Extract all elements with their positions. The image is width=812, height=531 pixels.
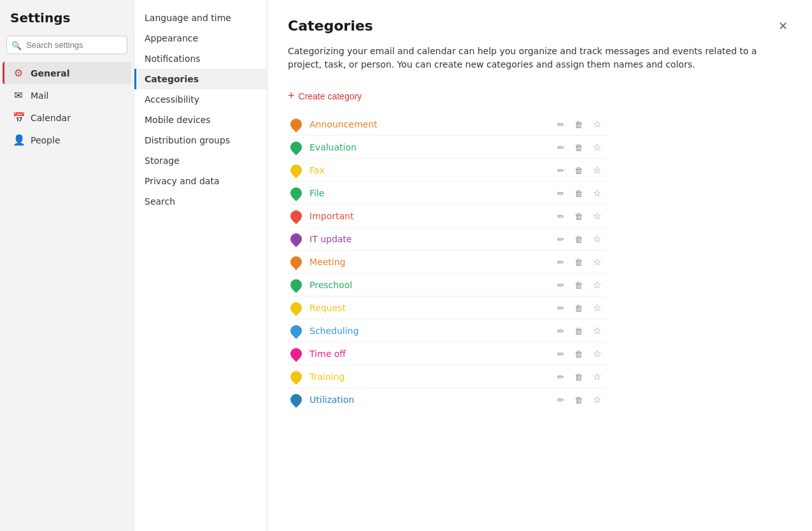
star-category-button[interactable]: ☆: [590, 370, 604, 382]
edit-category-button[interactable]: ✏: [555, 210, 567, 222]
delete-category-button[interactable]: 🗑: [572, 142, 585, 153]
edit-category-button[interactable]: ✏: [555, 302, 567, 314]
sec-nav-item-privacy-data[interactable]: Privacy and data: [134, 171, 267, 191]
delete-category-button[interactable]: 🗑: [572, 256, 585, 268]
category-actions: ✏🗑☆: [555, 210, 604, 222]
delete-category-button[interactable]: 🗑: [572, 164, 585, 176]
sidebar-item-mail[interactable]: ✉Mail: [3, 84, 131, 106]
category-name: Important: [310, 211, 555, 221]
sec-nav-item-language-time[interactable]: Language and time: [134, 8, 267, 28]
edit-category-button[interactable]: ✏: [555, 187, 567, 199]
sec-nav-item-appearance[interactable]: Appearance: [134, 28, 267, 48]
star-category-button[interactable]: ☆: [590, 233, 604, 245]
edit-category-button[interactable]: ✏: [555, 119, 567, 130]
category-actions: ✏🗑☆: [555, 164, 604, 176]
star-category-button[interactable]: ☆: [590, 393, 604, 405]
edit-category-button[interactable]: ✏: [555, 142, 567, 153]
search-box[interactable]: 🔍: [6, 36, 127, 54]
sidebar-item-label-mail: Mail: [31, 91, 48, 101]
category-row: Scheduling✏🗑☆: [288, 319, 606, 342]
edit-category-button[interactable]: ✏: [555, 348, 567, 360]
sec-nav-item-distribution-groups[interactable]: Distribution groups: [134, 130, 267, 150]
edit-category-button[interactable]: ✏: [555, 164, 567, 176]
category-name: Preschool: [310, 280, 555, 290]
star-category-button[interactable]: ☆: [590, 302, 604, 314]
trash-icon: 🗑: [574, 120, 583, 129]
edit-category-button[interactable]: ✏: [555, 256, 567, 268]
close-button[interactable]: ✕: [774, 18, 792, 34]
category-row: Time off✏🗑☆: [288, 342, 606, 365]
pencil-icon: ✏: [557, 280, 564, 290]
category-color-tag: [288, 391, 304, 407]
sec-nav-item-notifications[interactable]: Notifications: [134, 48, 267, 69]
category-row: Announcement✏🗑☆: [288, 113, 606, 136]
category-actions: ✏🗑☆: [555, 393, 604, 405]
star-icon: ☆: [593, 302, 601, 313]
star-category-button[interactable]: ☆: [590, 141, 604, 153]
pencil-icon: ✏: [557, 303, 564, 313]
primary-sidebar: Settings 🔍 ⚙General✉Mail📅Calendar👤People: [0, 0, 134, 531]
category-color-tag: [288, 368, 304, 384]
sidebar-item-label-general: General: [31, 68, 70, 78]
pencil-icon: ✏: [557, 166, 564, 175]
star-category-button[interactable]: ☆: [590, 279, 604, 291]
category-actions: ✏🗑☆: [555, 256, 604, 268]
pencil-icon: ✏: [557, 349, 564, 359]
star-category-button[interactable]: ☆: [590, 164, 604, 176]
category-color-tag: [288, 254, 304, 270]
delete-category-button[interactable]: 🗑: [572, 302, 585, 314]
category-name: IT update: [310, 234, 555, 244]
sidebar-item-people[interactable]: 👤People: [3, 129, 131, 151]
category-row: Important✏🗑☆: [288, 205, 606, 228]
star-category-button[interactable]: ☆: [590, 187, 604, 199]
sec-nav-item-categories[interactable]: Categories: [134, 69, 267, 89]
sec-nav-item-search[interactable]: Search: [134, 191, 267, 212]
category-color-tag: [288, 185, 304, 201]
edit-category-button[interactable]: ✏: [555, 325, 567, 337]
sec-nav-item-accessibility[interactable]: Accessibility: [134, 89, 267, 110]
delete-category-button[interactable]: 🗑: [572, 119, 585, 130]
delete-category-button[interactable]: 🗑: [572, 279, 585, 291]
delete-category-button[interactable]: 🗑: [572, 210, 585, 222]
star-icon: ☆: [593, 325, 601, 336]
delete-category-button[interactable]: 🗑: [572, 371, 585, 382]
edit-category-button[interactable]: ✏: [555, 394, 567, 405]
star-category-button[interactable]: ☆: [590, 347, 604, 360]
calendar-icon: 📅: [13, 112, 24, 124]
category-name: File: [310, 188, 555, 198]
sidebar-item-general[interactable]: ⚙General: [3, 62, 131, 84]
edit-category-button[interactable]: ✏: [555, 233, 567, 245]
delete-category-button[interactable]: 🗑: [572, 348, 585, 360]
secondary-sidebar: Language and timeAppearanceNotifications…: [134, 0, 267, 531]
edit-category-button[interactable]: ✏: [555, 279, 567, 291]
search-input[interactable]: [6, 36, 127, 54]
main-content: Categories ✕ Categorizing your email and…: [267, 0, 812, 531]
plus-icon: +: [288, 89, 295, 103]
star-category-button[interactable]: ☆: [590, 118, 604, 130]
category-row: Meeting✏🗑☆: [288, 251, 606, 273]
delete-category-button[interactable]: 🗑: [572, 233, 585, 245]
star-icon: ☆: [593, 394, 601, 405]
delete-category-button[interactable]: 🗑: [572, 187, 585, 199]
delete-category-button[interactable]: 🗑: [572, 394, 585, 405]
category-actions: ✏🗑☆: [555, 187, 604, 199]
sec-nav-item-storage[interactable]: Storage: [134, 150, 267, 171]
category-name: Evaluation: [310, 142, 555, 152]
app-title: Settings: [0, 10, 134, 36]
pencil-icon: ✏: [557, 189, 564, 198]
trash-icon: 🗑: [574, 372, 583, 382]
edit-category-button[interactable]: ✏: [555, 371, 567, 382]
people-icon: 👤: [13, 134, 24, 146]
create-category-button[interactable]: + Create category: [288, 87, 362, 105]
trash-icon: 🗑: [574, 212, 583, 221]
category-color-tag: [288, 323, 304, 338]
general-icon: ⚙: [13, 67, 24, 79]
sec-nav-item-mobile-devices[interactable]: Mobile devices: [134, 110, 267, 130]
star-category-button[interactable]: ☆: [590, 210, 604, 222]
delete-category-button[interactable]: 🗑: [572, 325, 585, 337]
pencil-icon: ✏: [557, 395, 564, 405]
sidebar-item-calendar[interactable]: 📅Calendar: [3, 106, 131, 129]
category-color-tag: [288, 116, 304, 132]
star-category-button[interactable]: ☆: [590, 324, 604, 337]
star-category-button[interactable]: ☆: [590, 256, 604, 268]
